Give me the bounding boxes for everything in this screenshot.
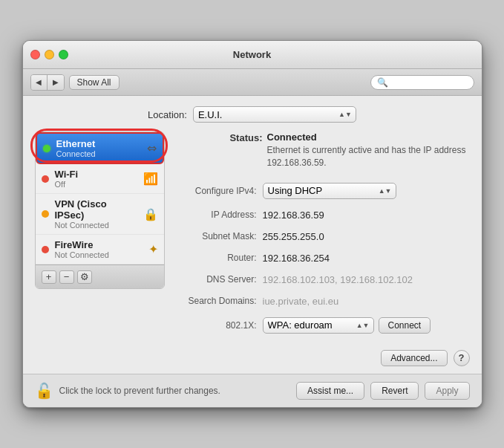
toolbar: ◀ ▶ Show All 🔍 bbox=[23, 69, 482, 96]
lock-text: Click the lock to prevent further change… bbox=[59, 386, 291, 396]
router-row: Router: 192.168.36.254 bbox=[174, 253, 470, 264]
ethernet-status-dot bbox=[43, 145, 50, 152]
minimize-button[interactable] bbox=[45, 50, 54, 59]
vpn-status-dot bbox=[42, 210, 49, 218]
vpn-name: VPN (Cisco IPSec) bbox=[55, 198, 137, 221]
sidebar-container: Ethernet Connected ⇔ Wi-Fi Off bbox=[35, 132, 165, 366]
sidebar-item-vpn[interactable]: VPN (Cisco IPSec) Not Connected 🔒 bbox=[36, 194, 164, 235]
subnet-value: 255.255.255.0 bbox=[263, 231, 324, 242]
location-select-wrapper[interactable]: E.U.I. ▲▼ bbox=[193, 106, 356, 123]
forward-button[interactable]: ▶ bbox=[48, 75, 64, 90]
sidebar: Ethernet Connected ⇔ Wi-Fi Off bbox=[35, 132, 165, 289]
eui-select-wrapper[interactable]: WPA: eduroam ▲▼ bbox=[263, 317, 374, 334]
firewire-status-dot bbox=[42, 246, 49, 253]
search-icon: 🔍 bbox=[377, 77, 388, 88]
eui-row: 802.1X: WPA: eduroam ▲▼ Connect bbox=[174, 317, 470, 334]
close-button[interactable] bbox=[30, 50, 40, 59]
configure-select-wrapper[interactable]: Using DHCP ▲▼ bbox=[263, 183, 396, 199]
show-all-button[interactable]: Show All bbox=[69, 75, 120, 90]
ethernet-icon: ⇔ bbox=[147, 141, 157, 155]
assist-button[interactable]: Assist me... bbox=[296, 382, 364, 400]
router-value: 192.168.36.254 bbox=[263, 253, 330, 264]
location-row: Location: E.U.I. ▲▼ bbox=[35, 106, 470, 123]
subnet-row: Subnet Mask: 255.255.255.0 bbox=[174, 231, 470, 242]
window-title: Network bbox=[233, 49, 271, 60]
gear-button[interactable]: ⚙ bbox=[77, 270, 92, 284]
search-domains-label: Search Domains: bbox=[174, 296, 263, 306]
status-description: Ethernet is currently active and has the… bbox=[267, 144, 470, 169]
back-button[interactable]: ◀ bbox=[31, 75, 48, 90]
maximize-button[interactable] bbox=[59, 50, 68, 59]
eui-select[interactable]: WPA: eduroam bbox=[263, 317, 374, 334]
firewire-name: FireWire bbox=[55, 239, 143, 250]
sidebar-item-wifi[interactable]: Wi-Fi Off 📶 bbox=[36, 164, 164, 194]
status-connected: Connected bbox=[267, 132, 470, 143]
lock-icon[interactable]: 🔓 bbox=[35, 382, 53, 400]
sidebar-item-ethernet[interactable]: Ethernet Connected ⇔ bbox=[36, 132, 164, 164]
vpn-text: VPN (Cisco IPSec) Not Connected bbox=[55, 198, 137, 230]
location-select[interactable]: E.U.I. bbox=[193, 106, 356, 123]
ip-label: IP Address: bbox=[174, 210, 263, 220]
advanced-row: Advanced... ? bbox=[174, 350, 470, 366]
ip-value: 192.168.36.59 bbox=[263, 210, 324, 221]
remove-button[interactable]: − bbox=[59, 270, 74, 284]
firewire-icon: ✦ bbox=[148, 242, 158, 256]
router-label: Router: bbox=[174, 253, 263, 263]
search-box[interactable]: 🔍 bbox=[370, 75, 474, 90]
revert-button[interactable]: Revert bbox=[370, 382, 419, 400]
connect-button[interactable]: Connect bbox=[379, 317, 431, 334]
wifi-name: Wi-Fi bbox=[55, 169, 137, 180]
configure-label: Configure IPv4: bbox=[174, 186, 263, 196]
sidebar-footer: + − ⚙ bbox=[36, 264, 164, 288]
wifi-icon: 📶 bbox=[143, 172, 158, 186]
status-value-container: Connected Ethernet is currently active a… bbox=[267, 132, 470, 169]
add-button[interactable]: + bbox=[42, 270, 56, 284]
help-button[interactable]: ? bbox=[454, 350, 470, 366]
location-label: Location: bbox=[148, 109, 187, 120]
ethernet-status: Connected bbox=[56, 149, 141, 158]
main-panel: Ethernet Connected ⇔ Wi-Fi Off bbox=[35, 132, 470, 366]
status-section: Status: Connected Ethernet is currently … bbox=[174, 132, 470, 169]
configure-row: Configure IPv4: Using DHCP ▲▼ bbox=[174, 183, 470, 199]
eui-label: 802.1X: bbox=[174, 320, 263, 331]
dns-label: DNS Server: bbox=[174, 274, 263, 285]
ip-row: IP Address: 192.168.36.59 bbox=[174, 210, 470, 221]
nav-buttons: ◀ ▶ bbox=[30, 74, 65, 91]
content-area: Location: E.U.I. ▲▼ bbox=[23, 96, 482, 366]
vpn-status: Not Connected bbox=[55, 221, 137, 230]
wifi-text: Wi-Fi Off bbox=[55, 169, 137, 189]
wifi-status: Off bbox=[55, 180, 137, 189]
dns-value: 192.168.102.103, 192.168.102.102 bbox=[263, 274, 413, 285]
sidebar-list: Ethernet Connected ⇔ Wi-Fi Off bbox=[36, 132, 164, 264]
sidebar-item-firewire[interactable]: FireWire Not Connected ✦ bbox=[36, 235, 164, 264]
vpn-icon: 🔒 bbox=[143, 207, 158, 221]
firewire-text: FireWire Not Connected bbox=[55, 239, 143, 259]
bottom-bar: 🔓 Click the lock to prevent further chan… bbox=[23, 374, 482, 407]
titlebar: Network bbox=[23, 41, 482, 69]
configure-select[interactable]: Using DHCP bbox=[263, 183, 396, 199]
dns-row: DNS Server: 192.168.102.103, 192.168.102… bbox=[174, 274, 470, 285]
apply-button[interactable]: Apply bbox=[425, 382, 469, 400]
network-window: Network ◀ ▶ Show All 🔍 Location: E.U.I. … bbox=[22, 40, 482, 408]
status-label: Status: bbox=[174, 132, 263, 143]
search-domains-value: iue.private, eui.eu bbox=[263, 296, 339, 307]
ethernet-text: Ethernet Connected bbox=[56, 138, 141, 158]
subnet-label: Subnet Mask: bbox=[174, 231, 263, 241]
traffic-lights bbox=[30, 50, 68, 59]
advanced-button[interactable]: Advanced... bbox=[381, 350, 447, 366]
wifi-status-dot bbox=[42, 175, 49, 183]
detail-panel: Status: Connected Ethernet is currently … bbox=[174, 132, 470, 366]
eui-controls: WPA: eduroam ▲▼ Connect bbox=[263, 317, 431, 334]
search-domains-row: Search Domains: iue.private, eui.eu bbox=[174, 296, 470, 307]
ethernet-name: Ethernet bbox=[56, 138, 141, 149]
firewire-status: Not Connected bbox=[55, 250, 143, 259]
